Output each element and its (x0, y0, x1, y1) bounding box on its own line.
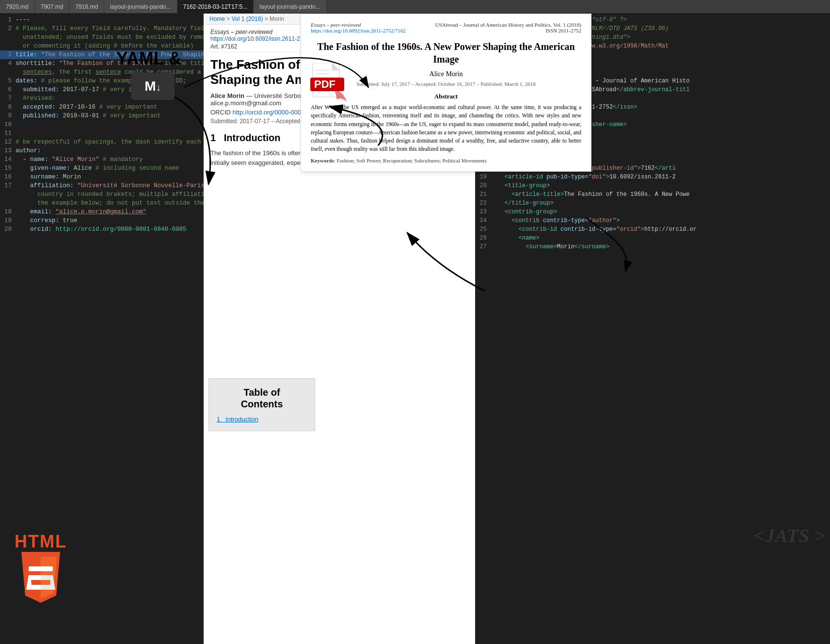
code-line: country in rounded brakets; multiple aff… (0, 190, 204, 199)
code-line: 18 email: "alice.p.morin@gmail.com" (0, 208, 204, 216)
html5-icon (16, 552, 65, 605)
tab-layout2[interactable]: layout-journals-pando... (254, 0, 326, 13)
svg-rect-9 (29, 566, 53, 571)
pdf-abstract-title: Abstract (311, 93, 581, 100)
pdf-keywords: Keywords: Fashion; Soft Power; Recuperat… (311, 158, 581, 163)
code-line: 13 author: (0, 146, 204, 155)
pdf-doi-link[interactable]: https://doi.org/10.6092/issn.2611-2752/7… (311, 28, 406, 33)
md-badge: M ↓ (131, 73, 175, 100)
code-line: 12 # be respectful of spacings, the dash… (0, 138, 204, 146)
code-line: the example below; do not put text outsi… (0, 199, 204, 208)
svg-text:PDF: PDF (314, 78, 335, 90)
code-line: 1 ---- (0, 16, 204, 24)
xml-line: 25 <contrib-id contrib-id-type="orcid">h… (475, 225, 830, 234)
pdf-title: The Fashion of the 1960s. A New Power Sh… (311, 40, 581, 65)
toc-item-introduction[interactable]: 1 Introduction (217, 416, 307, 423)
xml-line: 23 <contrib-group> (475, 208, 830, 216)
code-line: 2 # Please, fill every field carefully. … (0, 24, 204, 33)
breadcrumb-vol[interactable]: Vol 1 (2018) (232, 16, 263, 22)
pdf-journal-header: Essays – peer-reviewed https://doi.org/1… (311, 22, 581, 33)
code-line: 8 accepted: 2017-10-16 # very important (0, 103, 204, 112)
xml-line: 26 <name> (475, 234, 830, 242)
code-line: 16 surname: Morin (0, 173, 204, 181)
xml-line: 27 <surname>Morin</surname> (475, 242, 830, 251)
code-line: 15 given-name: Alice # including second … (0, 164, 204, 173)
pdf-journal-full: USAbroad – Journal of American History a… (435, 22, 581, 28)
breadcrumb-home[interactable]: Home (209, 16, 225, 22)
tab-7916[interactable]: 7916.md (69, 0, 104, 13)
tab-7920[interactable]: 7920.md (0, 0, 35, 13)
breadcrumb-author: Morin (270, 16, 284, 22)
xml-line: 22 </title-group> (475, 199, 830, 208)
toc-box: Table ofContents 1 Introduction (208, 378, 315, 431)
pdf-submitted: Submitted: July 17, 2017 – Accepted: Oct… (311, 81, 581, 87)
code-line: 10 (0, 120, 204, 129)
jats-label: <JATS > (754, 524, 825, 547)
html5-section: HTML (15, 531, 67, 605)
code-line: 19 corresp: true (0, 216, 204, 225)
xml-line: 20 <title-group> (475, 181, 830, 190)
tab-layout1[interactable]: layout-journals-pando... (104, 0, 177, 13)
code-line: unattended; unused fields must be exclud… (0, 33, 204, 42)
yaml-label: YAML & (116, 48, 181, 69)
code-line: 20 orcid: http://orcid.org/0000-0001-684… (0, 225, 204, 234)
xml-line: 21 <article-title>The Fashion of the 196… (475, 190, 830, 199)
code-line: 9 published: 2018-03-01 # very important (0, 112, 204, 120)
xml-line: 19 <article-id pub-id-type="doi">10.6092… (475, 173, 830, 181)
code-line: 17 affiliation: "Université Sorbonne Nou… (0, 181, 204, 190)
tab-7907[interactable]: 7907.md (35, 0, 70, 13)
pdf-icon: PDF (310, 63, 349, 109)
pdf-issn: ISSN 2611-2752 (435, 28, 581, 33)
xml-line: 24 <contrib contrib-type="author"> (475, 216, 830, 225)
code-line: 11 (0, 129, 204, 138)
pdf-journal-type: Essays – peer-reviewed (311, 22, 406, 28)
pdf-author: Alice Morin (311, 70, 581, 78)
tab-bar: 7920.md 7907.md 7916.md layout-journals-… (0, 0, 830, 14)
pdf-abstract: After WWII, the US emerged as a major wo… (311, 103, 581, 154)
html5-label: HTML (15, 531, 67, 552)
toc-title: Table ofContents (217, 386, 307, 410)
tab-7162[interactable]: 7162-2018-03-12T17:5... (177, 0, 254, 13)
code-line: 14 - name: "Alice Morin" # mandatory (0, 155, 204, 164)
